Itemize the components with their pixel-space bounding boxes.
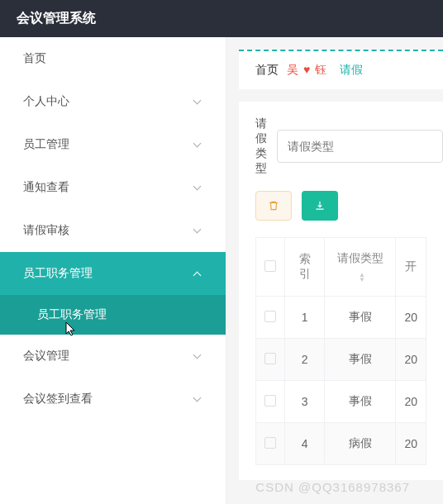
cell-col3: 20	[396, 339, 426, 381]
trash-icon	[268, 200, 279, 212]
cell-type: 事假	[325, 297, 396, 339]
cell-index: 1	[285, 297, 325, 339]
main-content: 首页 吴♥钰 请假 请假类型 索引	[226, 37, 443, 504]
chevron-down-icon	[194, 395, 202, 403]
sidebar-item-personal[interactable]: 个人中心	[0, 80, 226, 123]
filter-label: 请假类型	[255, 116, 267, 176]
chevron-down-icon	[194, 183, 202, 192]
chevron-up-icon	[194, 269, 202, 278]
cell-type: 事假	[325, 339, 396, 381]
breadcrumb-user-left: 吴	[287, 63, 298, 76]
row-checkbox[interactable]	[264, 437, 276, 449]
data-table: 索引 请假类型▲▼ 开 1 事假 20 2 事假	[255, 237, 426, 465]
table-row[interactable]: 4 病假 20	[256, 423, 426, 465]
sidebar-item-leave[interactable]: 请假审核	[0, 209, 226, 252]
chevron-down-icon	[194, 140, 202, 149]
heart-icon: ♥	[303, 63, 310, 76]
sort-icon[interactable]: ▲▼	[359, 273, 365, 283]
button-row	[255, 191, 426, 221]
row-checkbox[interactable]	[264, 353, 276, 364]
content-card: 请假类型 索引 请假类型▲▼ 开	[239, 102, 443, 480]
sidebar-item-label: 通知查看	[23, 180, 69, 195]
download-icon	[314, 200, 326, 212]
sidebar-item-label: 会议签到查看	[23, 392, 93, 407]
row-checkbox[interactable]	[264, 311, 276, 322]
sidebar-item-label: 首页	[23, 51, 46, 66]
sidebar-item-signin[interactable]: 会议签到查看	[0, 378, 226, 421]
sidebar-item-home[interactable]: 首页	[0, 37, 226, 80]
cell-col3: 20	[396, 423, 426, 465]
chevron-down-icon	[194, 226, 202, 235]
breadcrumb: 首页 吴♥钰 请假	[239, 50, 443, 89]
delete-button[interactable]	[255, 191, 292, 221]
header-type[interactable]: 请假类型▲▼	[325, 238, 396, 297]
cell-index: 4	[285, 423, 325, 465]
sidebar-item-employee[interactable]: 员工管理	[0, 123, 226, 166]
header-checkbox-cell	[256, 238, 285, 297]
app-header: 会议管理系统	[0, 0, 443, 37]
leave-type-input[interactable]	[277, 130, 443, 163]
sidebar-item-position[interactable]: 员工职务管理	[0, 252, 226, 295]
sidebar-item-label: 员工职务管理	[23, 266, 93, 281]
app-title: 会议管理系统	[17, 10, 96, 27]
sidebar-item-label: 请假审核	[23, 223, 69, 238]
chevron-down-icon	[194, 352, 202, 360]
sidebar-item-label: 会议管理	[23, 349, 69, 364]
sidebar-subitem-position[interactable]: 员工职务管理	[0, 295, 226, 335]
cell-col3: 20	[396, 381, 426, 423]
table-row[interactable]: 1 事假 20	[256, 297, 426, 339]
breadcrumb-home[interactable]: 首页	[255, 63, 279, 76]
download-button[interactable]	[302, 191, 338, 221]
table-row[interactable]: 2 事假 20	[256, 339, 426, 381]
select-all-checkbox[interactable]	[264, 260, 276, 272]
breadcrumb-page: 请假	[340, 63, 363, 76]
sidebar-item-label: 员工管理	[23, 137, 69, 152]
chevron-down-icon	[194, 97, 202, 106]
sidebar: 首页 个人中心 员工管理 通知查看 请假审核 员工职务管理 员工职务管理 会议管…	[0, 37, 226, 504]
cell-index: 2	[285, 339, 325, 381]
header-index[interactable]: 索引	[285, 238, 325, 297]
row-checkbox[interactable]	[264, 395, 276, 407]
sidebar-item-meeting[interactable]: 会议管理	[0, 335, 226, 378]
cell-type: 事假	[325, 381, 396, 423]
cell-type: 病假	[325, 423, 396, 465]
table-row[interactable]: 3 事假 20	[256, 381, 426, 423]
filter-row: 请假类型	[255, 116, 426, 176]
header-col3[interactable]: 开	[396, 238, 426, 297]
sidebar-item-notice[interactable]: 通知查看	[0, 166, 226, 209]
breadcrumb-user-right: 钰	[315, 63, 326, 76]
sidebar-item-label: 个人中心	[23, 94, 69, 109]
sidebar-subitem-label: 员工职务管理	[37, 307, 107, 322]
cell-col3: 20	[396, 297, 426, 339]
cell-index: 3	[285, 381, 325, 423]
